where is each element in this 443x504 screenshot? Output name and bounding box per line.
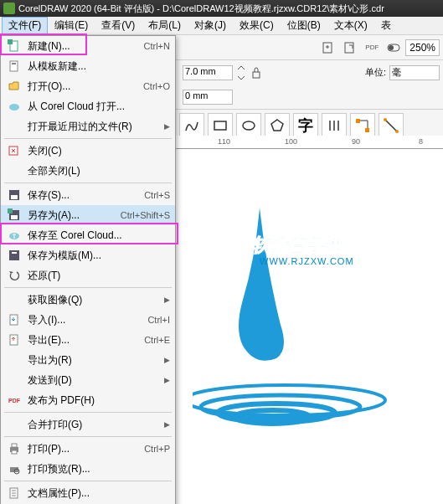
menu-item-pdf[interactable]: PDF发布为 PDF(H) — [1, 390, 175, 410]
menu-item-18[interactable]: 导出为(R)▶ — [1, 350, 175, 370]
logo-url: WWW.RJZXW.COM — [260, 256, 354, 266]
menu-item-label: 导入(I)... — [28, 313, 147, 327]
menu-shortcut: Ctrl+Shift+S — [121, 210, 170, 220]
menu-item-label: 另存为(A)... — [28, 208, 121, 223]
tb-import-icon[interactable] — [318, 38, 338, 58]
menu-item-cloud-open[interactable]: 从 Corel Cloud 打开... — [1, 96, 175, 116]
menu-item-label: 获取图像(Q) — [28, 293, 161, 307]
lock-icon[interactable] — [250, 66, 263, 80]
print-preview-icon — [6, 460, 23, 477]
menu-item-label: 保存(S)... — [28, 188, 144, 203]
save-template-icon — [6, 247, 23, 264]
menu-view[interactable]: 查看(V) — [95, 17, 142, 34]
svg-rect-5 — [214, 121, 226, 130]
menu-effects[interactable]: 效果(C) — [233, 17, 281, 34]
svg-point-11 — [395, 130, 399, 133]
menu-item-22[interactable]: 合并打印(G)▶ — [1, 414, 175, 435]
tool-parallel[interactable] — [322, 113, 347, 138]
submenu-arrow-icon: ▶ — [164, 356, 170, 364]
blank-icon — [6, 291, 23, 308]
new-icon — [6, 38, 23, 54]
menu-item-close[interactable]: 关闭(C) — [1, 141, 175, 161]
submenu-arrow-icon: ▶ — [164, 296, 170, 304]
menu-item-label: 导出(E)... — [28, 333, 144, 347]
properties-icon — [6, 485, 23, 501]
blank-icon — [6, 162, 23, 179]
submenu-arrow-icon: ▶ — [164, 420, 170, 429]
svg-rect-26 — [11, 215, 18, 219]
menu-object[interactable]: 对象(J) — [188, 17, 233, 34]
menu-item-15[interactable]: 获取图像(Q)▶ — [1, 290, 175, 310]
template-icon — [6, 58, 23, 75]
menu-separator — [4, 412, 172, 413]
svg-rect-20 — [12, 63, 16, 64]
svg-point-10 — [384, 118, 387, 121]
menu-item-saveas[interactable]: 另存为(A)...Ctrl+Shift+S — [1, 205, 175, 225]
menu-item-revert[interactable]: 还原(T) — [1, 265, 175, 285]
tool-text[interactable]: 字 — [293, 113, 318, 138]
canvas[interactable]: 软件自学网 WWW.RJZXW.COM — [176, 149, 443, 504]
menu-item-export[interactable]: 导出(E)...Ctrl+E — [1, 330, 175, 350]
height-input[interactable]: 0 mm — [183, 90, 233, 105]
width-input[interactable]: 7.0 mm — [183, 65, 233, 80]
svg-rect-8 — [356, 119, 360, 123]
menu-edit[interactable]: 编辑(E) — [48, 17, 95, 34]
svg-point-6 — [243, 121, 255, 130]
menu-item-19[interactable]: 发送到(D)▶ — [1, 370, 175, 390]
unit-label: 单位: — [365, 66, 386, 79]
menu-item-import[interactable]: 导入(I)...Ctrl+I — [1, 310, 175, 330]
tool-freehand[interactable] — [179, 113, 204, 138]
menu-layout[interactable]: 布局(L) — [142, 17, 188, 34]
menu-item-label: 保存至 Corel Cloud... — [28, 229, 170, 243]
menu-table[interactable]: 表 — [374, 17, 398, 34]
menu-item-label: 发布为 PDF(H) — [28, 393, 170, 408]
tool-connector[interactable] — [350, 113, 375, 138]
menu-item-cloud-save[interactable]: 保存至 Corel Cloud... — [1, 225, 175, 245]
tool-rectangle[interactable] — [208, 113, 233, 138]
menu-file[interactable]: 文件(F) — [2, 17, 48, 34]
svg-rect-9 — [365, 128, 369, 132]
tb-pdf-icon[interactable]: PDF — [362, 38, 382, 58]
menu-text[interactable]: 文本(X) — [327, 17, 374, 34]
spinner-icon[interactable] — [236, 64, 246, 81]
tb-toggle-icon[interactable] — [384, 38, 404, 58]
menu-bitmap[interactable]: 位图(B) — [281, 17, 327, 34]
save-icon — [6, 187, 23, 203]
menu-shortcut: Ctrl+S — [144, 190, 170, 200]
file-menu-dropdown: 新建(N)...Ctrl+N从模板新建...打开(O)...Ctrl+O从 Co… — [0, 35, 176, 504]
tool-ellipse[interactable] — [236, 113, 261, 138]
unit-select[interactable]: 毫 — [389, 65, 440, 80]
menu-item-label: 从 Corel Cloud 打开... — [28, 100, 170, 114]
menu-item-save-template[interactable]: 保存为模版(M)... — [1, 245, 175, 265]
tb-export-icon[interactable] — [340, 38, 360, 58]
menu-item-label: 新建(N)... — [28, 39, 144, 54]
zoom-input[interactable]: 250% — [405, 39, 440, 56]
menu-item-print[interactable]: 打印(P)...Ctrl+P — [1, 439, 175, 459]
close-icon — [6, 142, 23, 159]
submenu-arrow-icon: ▶ — [164, 376, 170, 384]
menu-item-7[interactable]: 全部关闭(L) — [1, 161, 175, 181]
menu-separator — [4, 436, 172, 437]
svg-rect-29 — [9, 250, 19, 260]
menu-item-open[interactable]: 打开(O)...Ctrl+O — [1, 76, 175, 96]
tool-polygon[interactable] — [265, 113, 290, 138]
menu-separator — [4, 138, 172, 139]
menu-item-print-preview[interactable]: 打印预览(R)... — [1, 459, 175, 479]
menu-item-properties[interactable]: 文档属性(P)... — [1, 483, 175, 503]
menu-item-recent[interactable]: 打开最近用过的文件(R)▶ — [1, 116, 175, 136]
menu-item-save[interactable]: 保存(S)...Ctrl+S — [1, 185, 175, 205]
app-icon — [3, 3, 15, 14]
menu-item-label: 保存为模版(M)... — [28, 249, 170, 263]
menu-item-label: 从模板新建... — [28, 59, 170, 74]
svg-rect-34 — [12, 444, 17, 447]
menu-separator — [4, 287, 172, 288]
menu-item-label: 关闭(C) — [28, 144, 170, 158]
ruler-horizontal: 110 100 90 8 — [176, 136, 443, 149]
menu-item-label: 发送到(D) — [28, 373, 161, 388]
title-text: CorelDRAW 2020 (64-Bit 评估版) - D:\CorelDR… — [18, 0, 384, 17]
menu-item-template[interactable]: 从模板新建... — [1, 56, 175, 76]
import-icon — [6, 311, 23, 328]
open-icon — [6, 78, 23, 95]
menu-item-new[interactable]: 新建(N)...Ctrl+N — [1, 36, 175, 56]
tool-dimension[interactable] — [379, 113, 404, 138]
